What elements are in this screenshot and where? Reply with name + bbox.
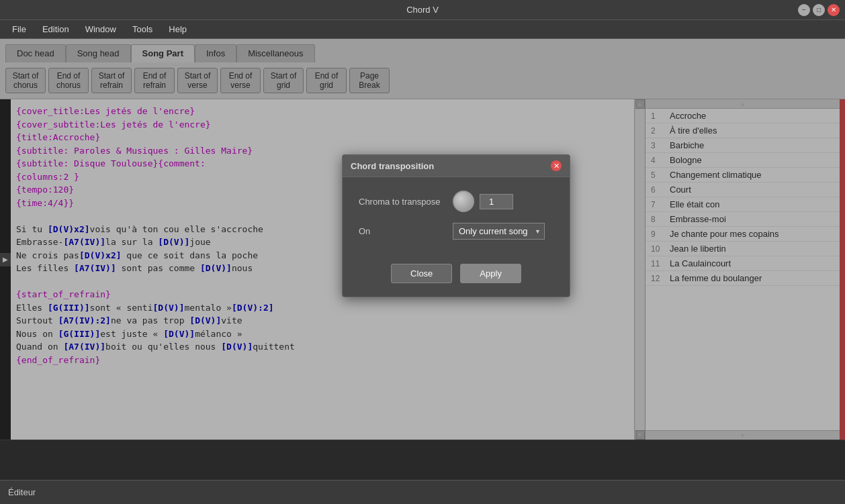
on-dropdown[interactable]: Only current song All songs [453, 223, 545, 240]
title-bar: Chord V − □ ✕ [0, 0, 845, 20]
menu-bar: File Edition Window Tools Help [0, 20, 845, 39]
modal-overlay: Chord transposition ✕ Chroma to transpos… [0, 39, 845, 480]
close-window-button[interactable]: ✕ [828, 4, 840, 16]
menu-tools[interactable]: Tools [126, 22, 159, 36]
chroma-label: Chroma to transpose [359, 197, 453, 207]
modal-header: Chord transposition ✕ [343, 155, 570, 177]
modal-apply-btn[interactable]: Apply [460, 264, 521, 283]
chroma-control [453, 191, 513, 212]
modal-footer: Close Apply [343, 264, 570, 297]
status-label: Éditeur [8, 487, 36, 497]
menu-edition[interactable]: Edition [36, 22, 76, 36]
maximize-button[interactable]: □ [813, 4, 825, 16]
modal-body: Chroma to transpose On Only current song… [343, 177, 570, 264]
modal-close-button[interactable]: ✕ [551, 160, 562, 171]
minimize-button[interactable]: − [798, 4, 810, 16]
on-dropdown-wrapper: Only current song All songs [453, 223, 545, 240]
window-controls: − □ ✕ [798, 4, 840, 16]
menu-file[interactable]: File [5, 22, 33, 36]
chroma-row: Chroma to transpose [359, 191, 553, 212]
on-control: Only current song All songs [453, 223, 545, 240]
menu-help[interactable]: Help [162, 22, 193, 36]
modal-title: Chord transposition [351, 161, 434, 171]
chroma-knob[interactable] [453, 191, 474, 212]
status-bar: Éditeur [0, 480, 845, 504]
app-title: Chord V [406, 5, 439, 15]
on-label: On [359, 226, 453, 236]
modal-close-btn[interactable]: Close [391, 264, 452, 283]
chord-transposition-modal: Chord transposition ✕ Chroma to transpos… [342, 154, 570, 297]
chroma-input[interactable] [480, 194, 513, 209]
menu-window[interactable]: Window [79, 22, 123, 36]
on-row: On Only current song All songs [359, 223, 553, 240]
main-container: Doc head Song head Song Part Infos Misce… [0, 39, 845, 480]
